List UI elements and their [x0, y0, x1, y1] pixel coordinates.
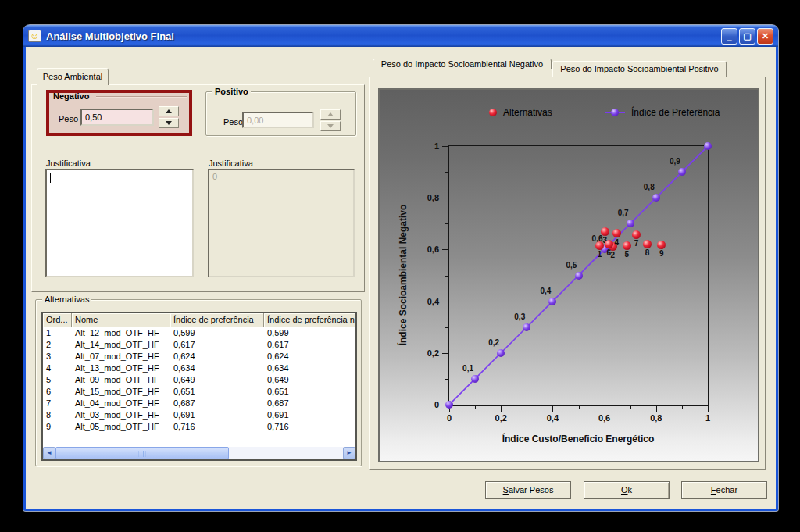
minimize-button[interactable]: _ — [721, 28, 738, 45]
preference-point — [704, 142, 712, 150]
preference-point-label: 0,2 — [488, 338, 499, 347]
table-row[interactable]: 8Alt_03_mod_OTF_HF0,6910,691 — [43, 409, 355, 421]
tab-impacto-negativo[interactable]: Peso do Impacto Socioambiental Negativo — [373, 59, 552, 69]
horizontal-scrollbar[interactable]: ◄ ► — [43, 447, 355, 459]
maximize-button[interactable]: ▢ — [739, 28, 755, 45]
alternative-point — [643, 240, 652, 248]
spin-up-button[interactable] — [159, 106, 179, 116]
table-row[interactable]: 1Alt_12_mod_OTF_HF0,5990,599 — [43, 327, 355, 339]
tab-peso-ambiental[interactable]: Peso Ambiental — [37, 68, 109, 85]
x-minor-tick — [475, 406, 476, 409]
spin-up-button — [320, 109, 341, 120]
x-axis-title: Índice Custo/Beneficio Energético — [502, 434, 655, 445]
x-tick-label: 0,8 — [650, 413, 662, 423]
table-cell: Alt_03_mod_OTF_HF — [72, 409, 170, 421]
y-major-tick — [442, 302, 448, 302]
table-row[interactable]: 3Alt_07_mod_OTF_HF0,6240,624 — [43, 351, 355, 362]
table-cell: 0,649 — [170, 374, 264, 386]
table-cell: 0,691 — [170, 409, 264, 421]
preference-point-label: 0,4 — [540, 286, 551, 295]
table-cell: Alt_15_mod_OTF_HF — [72, 386, 170, 398]
column-header-2[interactable]: Índice de preferência — [170, 313, 264, 327]
down-arrow-icon — [327, 124, 334, 128]
tabpage-impacto-negativo: AlternativasÍndice de Preferência 00,20,… — [369, 77, 766, 470]
table-header-row: Ord...NomeÍndice de preferênciaÍndice de… — [43, 313, 355, 327]
preference-point — [548, 298, 556, 305]
table-row[interactable]: 5Alt_09_mod_OTF_HF0,6490,649 — [43, 374, 355, 386]
scrollbar-track[interactable] — [55, 447, 343, 459]
table-row[interactable]: 6Alt_15_mod_OTF_HF0,6510,651 — [43, 386, 355, 398]
table-row[interactable]: 7Alt_04_mod_OTF_HF0,6870,687 — [43, 398, 355, 409]
alternative-point-label: 7 — [634, 239, 639, 248]
preference-point — [627, 220, 634, 227]
table-cell: 0,687 — [264, 398, 355, 409]
y-minor-tick — [445, 379, 448, 380]
justificativa-positivo-text: 0 — [212, 172, 217, 181]
scroll-left-button[interactable]: ◄ — [43, 447, 55, 459]
chart-panel: AlternativasÍndice de Preferência 00,20,… — [378, 88, 759, 462]
table-row[interactable]: 4Alt_13_mod_OTF_HF0,6340,634 — [43, 362, 355, 374]
alternative-point-label: 6 — [606, 248, 611, 257]
y-minor-tick — [445, 223, 448, 224]
title-bar[interactable]: ☺ Análise Multiobjetivo Final _ ▢ ✕ — [23, 25, 778, 47]
table-cell: 2 — [43, 339, 72, 351]
ok-button[interactable]: Ok — [584, 481, 670, 499]
y-tick-label: 0,4 — [427, 297, 439, 306]
tab-impacto-positivo[interactable]: Peso do Impacto Socioambiental Positivo — [552, 61, 727, 77]
y-major-tick — [442, 353, 448, 354]
preference-point — [678, 168, 686, 176]
screen-background: ☺ Análise Multiobjetivo Final _ ▢ ✕ Peso… — [0, 0, 800, 532]
preference-point-label: 0,5 — [566, 260, 577, 269]
table-cell: Alt_13_mod_OTF_HF — [72, 362, 170, 374]
negativo-peso-spinner[interactable] — [159, 106, 179, 128]
table-cell: 0,716 — [264, 421, 355, 433]
y-tick-label: 1 — [434, 141, 439, 151]
legend-label: Índice de Preferência — [631, 107, 720, 118]
x-tick-label: 0,6 — [598, 413, 610, 423]
x-major-tick — [656, 406, 657, 412]
y-major-tick — [442, 146, 448, 147]
up-arrow-icon — [327, 112, 334, 116]
alternative-point — [601, 227, 609, 236]
legend-item: Índice de Preferência — [605, 107, 720, 118]
close-button[interactable]: ✕ — [757, 28, 773, 45]
table-body: 1Alt_12_mod_OTF_HF0,5990,5992Alt_14_mod_… — [43, 327, 355, 447]
table-cell: 0,691 — [264, 409, 355, 421]
table-cell: Alt_12_mod_OTF_HF — [72, 327, 170, 339]
negativo-group-highlighted: Negativo Peso — [46, 90, 192, 136]
groupbox-line — [96, 96, 187, 97]
table-cell: 0,687 — [170, 398, 264, 409]
positivo-group: Positivo Peso — [205, 91, 356, 136]
justificativa-negativo-textarea[interactable] — [45, 169, 194, 277]
legend-item: Alternativas — [489, 107, 552, 118]
y-tick-label: 0 — [434, 400, 439, 409]
negativo-peso-input[interactable] — [80, 109, 154, 126]
alternative-point-label: 9 — [659, 249, 664, 258]
x-tick-label: 1 — [705, 413, 710, 423]
preference-point — [652, 194, 660, 202]
column-header-0[interactable]: Ord... — [43, 313, 72, 327]
positivo-peso-spinner — [320, 109, 341, 131]
preference-point — [575, 272, 583, 280]
table-cell: 0,634 — [264, 362, 355, 374]
column-header-3[interactable]: Índice de preferência n — [264, 313, 355, 327]
scroll-right-button[interactable]: ► — [343, 447, 355, 459]
x-major-tick — [501, 406, 502, 412]
app-icon: ☺ — [28, 30, 41, 42]
column-header-1[interactable]: Nome — [72, 313, 170, 327]
tabpage-peso-ambiental: Negativo Peso Positivo Peso — [31, 84, 365, 292]
table-row[interactable]: 2Alt_14_mod_OTF_HF0,6170,617 — [43, 339, 355, 351]
x-tick-label: 0,2 — [495, 413, 507, 423]
chart-legend: AlternativasÍndice de Preferência — [380, 107, 758, 123]
table-cell: 9 — [43, 421, 72, 433]
salvar-pesos-button[interactable]: Salvar Pesos — [485, 481, 571, 499]
table-cell: 5 — [43, 374, 72, 386]
x-minor-tick — [682, 406, 683, 409]
up-arrow-icon — [166, 109, 172, 113]
preference-point — [471, 375, 479, 383]
table-row[interactable]: 9Alt_05_mod_OTF_HF0,7160,716 — [43, 421, 355, 433]
fechar-button[interactable]: Fechar — [681, 481, 767, 499]
table-cell: Alt_07_mod_OTF_HF — [72, 351, 170, 362]
scrollbar-thumb[interactable] — [55, 447, 229, 459]
spin-down-button[interactable] — [159, 118, 179, 128]
